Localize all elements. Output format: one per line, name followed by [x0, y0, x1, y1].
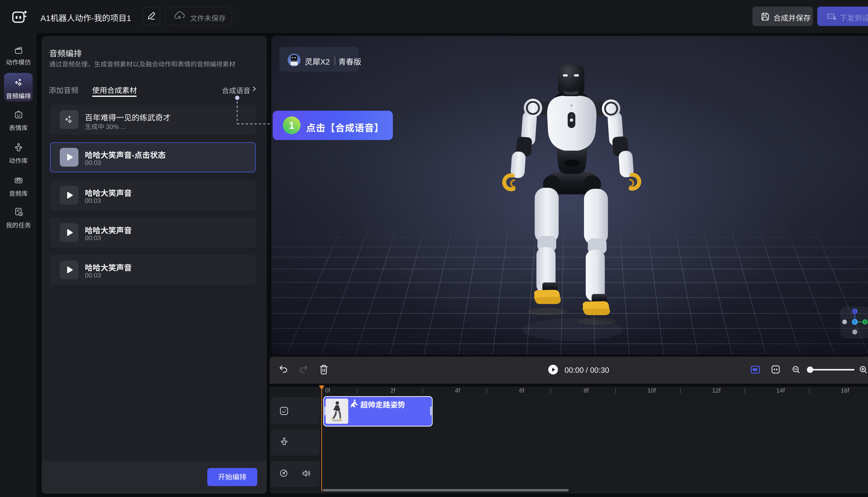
svg-text:X: X — [864, 320, 866, 324]
svg-text:Y: Y — [854, 320, 856, 324]
svg-text:Z: Z — [854, 309, 856, 313]
